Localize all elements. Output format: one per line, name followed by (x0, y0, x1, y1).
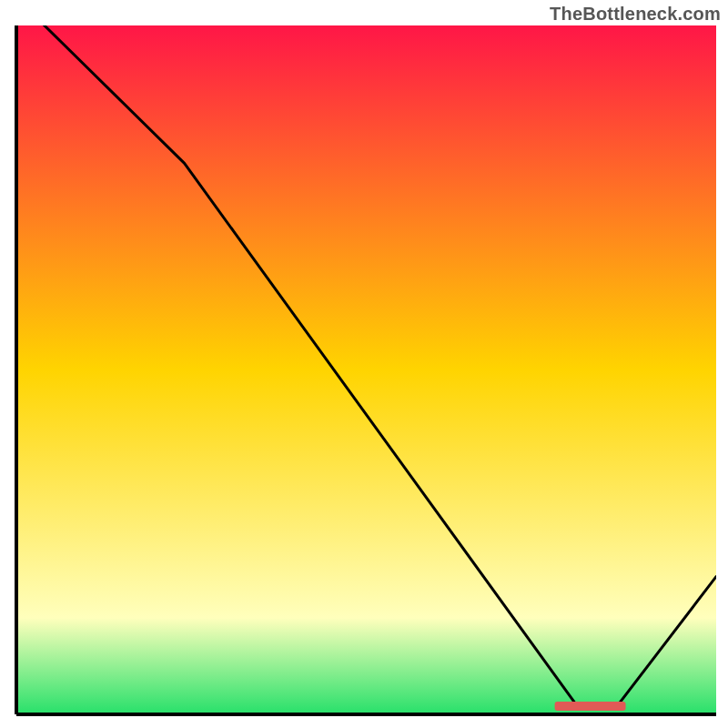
attribution-text: TheBottleneck.com (550, 4, 721, 25)
chart-svg (0, 0, 728, 728)
highlight-marker (555, 702, 626, 711)
plot-background (16, 25, 716, 714)
chart-container: TheBottleneck.com (0, 0, 728, 728)
